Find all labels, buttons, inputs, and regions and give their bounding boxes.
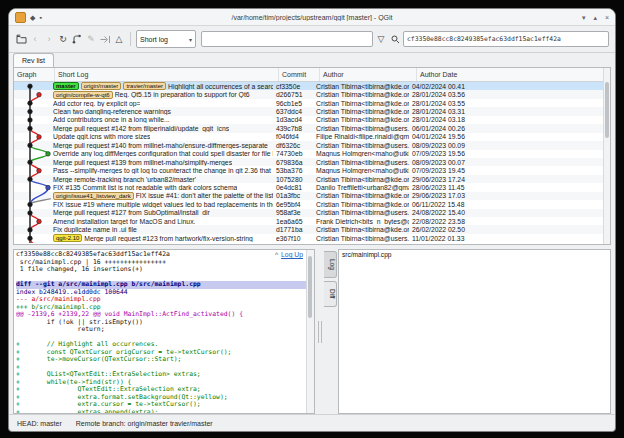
tabbar: Rev list [9,53,615,67]
table-row[interactable]: Merge remote-tracking branch 'urban82/ma… [14,175,610,183]
log-up-link[interactable]: Log Up [281,251,303,258]
shortlog-cell: origin/compile-w-qt6Req. Qt5.15 in prepa… [51,91,273,99]
toolbar-separator [130,32,131,46]
author-date-cell: 28/01/2024 03.56 [409,91,610,98]
commit-sha-cell: 6e95bf4 [273,201,313,208]
collapse-up-icon[interactable]: ^ [275,251,278,258]
author-cell: Cristian Tibirna<tibirna@users.noc… [313,159,409,166]
table-row[interactable]: origin/issue41_listview_darkFIX issue #4… [14,192,610,200]
vertical-splitter[interactable] [315,249,324,414]
table-row[interactable]: Add contributors once in a long while...… [14,116,610,124]
shortlog-cell: Merge pull request #142 from filiperinal… [51,125,273,132]
column-header-commit[interactable]: Commit [279,68,320,81]
table-row[interactable]: Merge pull request #139 from millnet-mah… [14,158,610,166]
column-header-graph[interactable]: Graph [14,68,55,81]
commit-sha-cell: 679836a [273,159,313,166]
author-cell: Cristian Tibirna<tibirna@users.noc… [313,125,409,132]
author-cell: Danilo Treffiletti<urban82@gmail.c… [313,184,409,191]
shade-icon[interactable]: ▪ [39,13,41,22]
table-row[interactable]: Pass --simplify-merges to git log to cou… [14,166,610,174]
table-row[interactable]: Clean two dangling-reference warnings637… [14,107,610,115]
table-row[interactable]: Override any log.diffMerges configuratio… [14,150,610,158]
funnel-icon: ▽ [378,34,385,44]
graph-cell [14,107,51,115]
table-row[interactable]: Amend installation target for MacOS and … [14,217,610,225]
maximize-button[interactable]: ▴ [593,13,597,22]
commit-sha-cell: cf3350e [273,83,313,90]
search-input[interactable] [201,31,373,47]
column-header-authordate[interactable]: Author Date [417,68,610,81]
table-row[interactable]: Update qgit.icns with more sizesf046fd4F… [14,133,610,141]
filter-button[interactable]: ▽ [375,31,387,47]
sha-input[interactable] [403,31,609,47]
scrollbar-thumb[interactable] [605,82,609,138]
refresh-button[interactable]: ↻ [57,31,69,47]
commit-subject: Update qgit.icns with more sizes [53,133,150,140]
diff-line: return; [16,326,306,334]
table-row[interactable]: Add cctor req. by explicit op=96cb1e5Cri… [14,99,610,107]
table-row[interactable]: masterorigin/mastertravier/masterHighlig… [14,82,610,90]
column-header-author[interactable]: Author [320,68,417,81]
graph-cell [14,183,51,191]
commit-subject: Merge pull request #123 from hartwork/fi… [84,235,252,242]
tree-view-button[interactable] [71,31,83,47]
edit-file-button[interactable]: ✎ [85,31,97,47]
tab-log[interactable]: Log [324,251,337,278]
author-date-cell: 28/01/2024 03.55 [409,100,610,107]
author-date-cell: 29/06/2023 17.03 [409,192,610,199]
commit-sha-cell: d266751 [273,91,313,98]
tab-rev-list[interactable]: Rev list [13,53,54,67]
goto-commit-button[interactable] [99,31,111,47]
file-list: src/mainimpl.cpp [338,249,611,414]
diff-line: 1 file changed, 16 insertions(+) [16,266,306,274]
commit-sha-cell: 74730eb [273,150,313,157]
find-button[interactable] [389,31,401,47]
commit-subject: Fix duplicate name in .ui file [53,226,137,233]
table-row[interactable]: Merge pull request #140 from millnet-mah… [14,141,610,149]
file-list-item[interactable]: src/mainimpl.cpp [339,250,610,259]
table-row[interactable]: qgit-2.10Merge pull request #123 from ha… [14,234,610,242]
commit-subject: Merge remote-tracking branch 'urban82/ma… [53,176,196,183]
table-row[interactable]: Merge pull request #127 from SubOptimal/… [14,209,610,217]
commit-sha-cell: 439c7b8 [273,125,313,132]
back-button[interactable]: ‹ [29,31,41,47]
table-row[interactable]: origin/compile-w-qt6Req. Qt5.15 in prepa… [14,90,610,98]
author-date-cell: 29/06/2023 17.24 [409,176,610,183]
commit-sha-cell: 53ba376 [273,167,313,174]
diff-scrollbar-thumb[interactable] [308,256,312,318]
author-cell: Cristian Tibirna<tibirna@kde.org> [313,201,409,208]
minimize-button[interactable]: ▾ [582,13,586,22]
author-cell: Magnus Holmgren<maho@utklipp… [313,167,409,174]
column-header-shortlog[interactable]: Short Log [55,68,279,81]
qgit-window: ◆ ▪ /var/home/tim/projects/upstream/qgit… [8,8,616,432]
forward-button[interactable]: › [43,31,55,47]
commit-sha-cell: e367f10 [273,235,313,242]
author-cell: Cristian Tibirna<tibirna@kde.org> [313,91,409,98]
shortlog-cell: Add cctor req. by explicit op= [51,100,273,107]
author-cell: Cristian Tibirna<tibirna@users.noc… [313,209,409,216]
graph-cell [14,192,51,200]
author-date-cell: 28/01/2024 03.18 [409,116,610,123]
author-date-cell: 06/01/2024 00.26 [409,125,610,132]
apply-patch-button[interactable]: △ [113,31,125,47]
shortlog-cell: origin/issue41_listview_darkFIX issue #4… [51,192,273,200]
table-row[interactable]: FIX issue #19 where multiple widget valu… [14,200,610,208]
splitter-grip [318,321,322,343]
commit-subject: Override any log.diffMerges configuratio… [53,150,273,157]
author-date-cell: 04/02/2024 00.41 [409,83,610,90]
table-row[interactable]: Merge pull request #142 from filiperinal… [14,124,610,132]
table-row[interactable]: FIX #135 Commit list is not readable wit… [14,183,610,191]
graph-cell [14,124,51,132]
commit-sha-cell: 1d3acd4 [273,116,313,123]
rev-list-scrollbar[interactable] [603,68,610,244]
view-mode-select[interactable]: Short log ▾ [136,30,196,48]
close-button[interactable]: × [605,13,609,22]
diff-scrollbar[interactable] [306,250,314,413]
tab-diff[interactable]: Diff [324,281,337,307]
shortlog-cell: Fix duplicate name in .ui file [51,226,273,233]
table-row[interactable]: Fix duplicate name in .ui filed1771baCri… [14,225,610,233]
pin-icon[interactable]: ◆ [30,13,35,22]
diff-content[interactable]: cf3350e88cc8c8249385efac63ddf15ac1eff42a… [16,251,306,413]
author-cell: Cristian Tibirna<tibirna@kde.org> [313,100,409,107]
open-repo-button[interactable] [15,31,27,47]
